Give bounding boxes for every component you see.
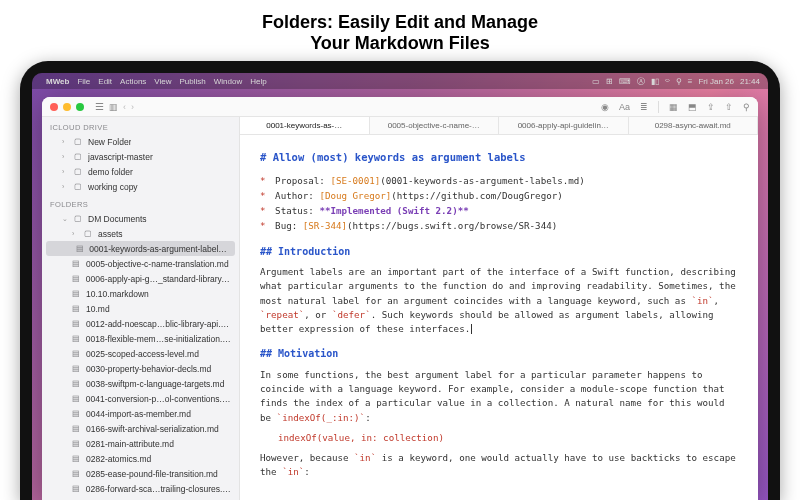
page-column-icon[interactable]: ▥ (109, 102, 118, 112)
status-search-icon[interactable]: ⚲ (676, 77, 682, 86)
chevron-right-icon[interactable]: › (131, 102, 134, 112)
font-size-control[interactable]: Aa (619, 102, 630, 112)
sidebar-file-item[interactable]: ▤0044-import-as-member.md (42, 406, 239, 421)
status-display-icon[interactable]: ⊞ (606, 77, 613, 86)
meta-author: * Author: [Doug Gregor](https://github.c… (260, 189, 738, 203)
file-icon: ▤ (72, 454, 82, 463)
menu-view[interactable]: View (154, 77, 171, 86)
sidebar-file-item[interactable]: ▤0018-flexible-mem…se-initialization.md (42, 331, 239, 346)
desktop-screen: MWeb File Edit Actions View Publish Wind… (32, 73, 768, 500)
doc-h2-motivation: ## Motivation (260, 346, 738, 362)
sidebar-file-item[interactable]: ▤0166-swift-archival-serialization.md (42, 421, 239, 436)
file-icon: ▤ (72, 364, 82, 373)
menu-actions[interactable]: Actions (120, 77, 146, 86)
sidebar-item-label: 0044-import-as-member.md (86, 409, 191, 419)
menu-edit[interactable]: Edit (98, 77, 112, 86)
editor-tabs: 0001-keywords-as-… 0005-objective-c-name… (240, 117, 758, 135)
sidebar-item-label: 0018-flexible-mem…se-initialization.md (86, 334, 231, 344)
marketing-line1: Folders: Easily Edit and Manage (0, 12, 800, 33)
bullet-star-icon: * (260, 190, 266, 201)
sidebar-file-item[interactable]: ▤10.10.markdown (42, 286, 239, 301)
sidebar-file-item[interactable]: ▤0001-keywords-as-argument-labels.md (46, 241, 235, 256)
menu-file[interactable]: File (77, 77, 90, 86)
close-window-icon[interactable] (50, 103, 58, 111)
sidebar-folder-root[interactable]: ⌄ ▢ DM Documents (42, 211, 239, 226)
tab-1[interactable]: 0005-objective-c-name-… (370, 117, 500, 134)
sidebar-toggle-icon[interactable]: ☰ (95, 101, 104, 112)
tab-0[interactable]: 0001-keywords-as-… (240, 117, 370, 134)
sidebar-file-item[interactable]: ▤10.md (42, 301, 239, 316)
sidebar-file-item[interactable]: ▤0041-conversion-p…ol-conventions.md (42, 391, 239, 406)
main-column: 0001-keywords-as-… 0005-objective-c-name… (240, 117, 758, 500)
tab-2[interactable]: 0006-apply-api-guidelin… (499, 117, 629, 134)
search-icon[interactable]: ⚲ (743, 102, 750, 112)
sidebar-file-item[interactable]: ▤0038-swiftpm-c-language-targets.md (42, 376, 239, 391)
sidebar: ICLOUD DRIVE ›▢New Folder›▢javascript-ma… (42, 117, 240, 500)
menubar-time[interactable]: 21:44 (740, 77, 760, 86)
status-lang-icon[interactable]: Ⓐ (637, 76, 645, 87)
sidebar-file-item[interactable]: ▤0006-apply-api-g…_standard-library.md (42, 271, 239, 286)
menubar-date[interactable]: Fri Jan 26 (698, 77, 734, 86)
sidebar-file-item[interactable]: ▤0282-atomics.md (42, 451, 239, 466)
folder-icon: ▢ (74, 167, 84, 176)
sidebar-folder-assets[interactable]: › ▢ assets (42, 226, 239, 241)
chevron-right-icon: › (62, 138, 70, 145)
motivation-paragraph-1: In some functions, the best argument lab… (260, 368, 738, 425)
sidebar-file-item[interactable]: ▤0005-objective-c-name-translation.md (42, 256, 239, 271)
menu-publish[interactable]: Publish (180, 77, 206, 86)
laptop-frame: MWeb File Edit Actions View Publish Wind… (20, 61, 780, 500)
status-battery-icon[interactable]: ▮▯ (651, 77, 659, 86)
motivation-paragraph-2: However, because `in` is a keyword, one … (260, 451, 738, 480)
sidebar-icloud-item[interactable]: ›▢demo folder (42, 164, 239, 179)
file-icon: ▤ (72, 319, 82, 328)
file-icon: ▤ (72, 349, 82, 358)
preview-eye-icon[interactable]: ◉ (601, 102, 609, 112)
window-traffic-lights (50, 103, 84, 111)
text-caret (470, 323, 472, 334)
file-icon: ▤ (72, 424, 82, 433)
share-icon[interactable]: ⇧ (725, 102, 733, 112)
editor-layout-icon[interactable]: ▦ (669, 102, 678, 112)
status-layout-icon[interactable]: ▭ (592, 77, 600, 86)
sidebar-file-item[interactable]: ▤0025-scoped-access-level.md (42, 346, 239, 361)
app-window: ☰ ▥ ‹ › ◉ Aa ≣ ▦ ⬒ ⇪ ⇧ ⚲ ICLOUD D (42, 97, 758, 500)
sidebar-file-item[interactable]: ▤0286-forward-sca…trailing-closures.md (42, 481, 239, 496)
menu-help[interactable]: Help (250, 77, 266, 86)
tab-3[interactable]: 0298-async-await.md (629, 117, 759, 134)
chevron-left-icon[interactable]: ‹ (123, 102, 126, 112)
folder-icon: ▢ (74, 214, 84, 223)
toolbar-separator (658, 101, 659, 113)
sidebar-item-label: DM Documents (88, 214, 147, 224)
sidebar-item-label: 0282-atomics.md (86, 454, 151, 464)
sidebar-file-item[interactable]: ▤0030-property-behavior-decls.md (42, 361, 239, 376)
sidebar-item-label: working copy (88, 182, 138, 192)
sidebar-item-label: 0166-swift-archival-serialization.md (86, 424, 219, 434)
markdown-editor[interactable]: # Allow (most) keywords as argument labe… (240, 135, 758, 500)
menu-window[interactable]: Window (214, 77, 242, 86)
file-icon: ▤ (72, 334, 82, 343)
sidebar-file-item[interactable]: ▤0012-add-noescap…blic-library-api.md (42, 316, 239, 331)
outline-icon[interactable]: ≣ (640, 102, 648, 112)
bullet-star-icon: * (260, 220, 266, 231)
style-icon[interactable]: ⬒ (688, 102, 697, 112)
sidebar-icloud-item[interactable]: ›▢javascript-master (42, 149, 239, 164)
sidebar-item-label: 0038-swiftpm-c-language-targets.md (86, 379, 224, 389)
marketing-header: Folders: Easily Edit and Manage Your Mar… (0, 0, 800, 61)
status-control-center-icon[interactable]: ≡ (688, 77, 693, 86)
folder-icon: ▢ (74, 152, 84, 161)
sidebar-icloud-item[interactable]: ›▢working copy (42, 179, 239, 194)
status-input-icon[interactable]: ⌨︎ (619, 77, 631, 86)
sidebar-item-label: New Folder (88, 137, 131, 147)
sidebar-file-item[interactable]: ▤0288-binaryinteger-ispower.md (42, 496, 239, 500)
status-wifi-icon[interactable]: ⌔ (665, 77, 670, 86)
chevron-right-icon: › (72, 230, 80, 237)
sidebar-file-item[interactable]: ▤0285-ease-pound-file-transition.md (42, 466, 239, 481)
sidebar-icloud-item[interactable]: ›▢New Folder (42, 134, 239, 149)
marketing-line2: Your Markdown Files (0, 33, 800, 54)
zoom-window-icon[interactable] (76, 103, 84, 111)
minimize-window-icon[interactable] (63, 103, 71, 111)
export-icon[interactable]: ⇪ (707, 102, 715, 112)
sidebar-item-label: 0041-conversion-p…ol-conventions.md (86, 394, 231, 404)
app-name-menu[interactable]: MWeb (46, 77, 69, 86)
sidebar-file-item[interactable]: ▤0281-main-attribute.md (42, 436, 239, 451)
